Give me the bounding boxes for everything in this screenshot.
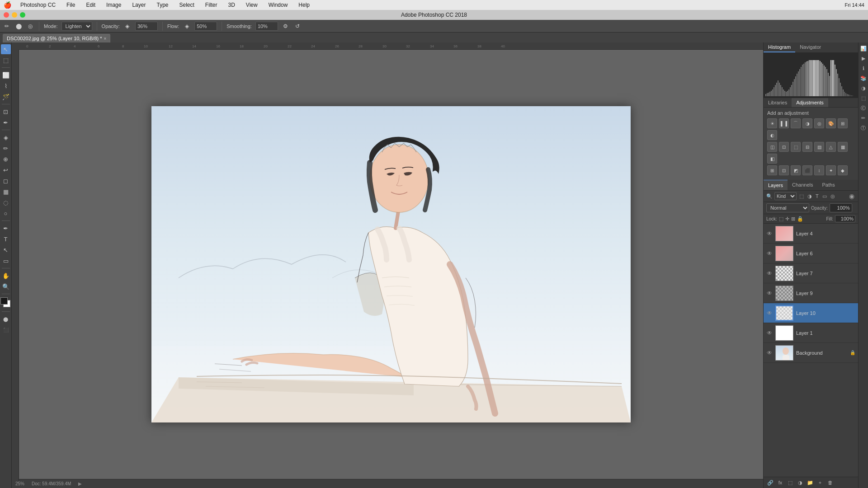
canvas-area[interactable]: 0 2 4 6 8 10 12 14 16 18 20 22 24 26 28 … bbox=[12, 42, 763, 488]
lock-artboards-icon[interactable]: ⊞ bbox=[791, 216, 795, 222]
layer-delete-icon[interactable]: 🗑 bbox=[826, 479, 834, 487]
reset-icon[interactable]: ↺ bbox=[293, 22, 302, 30]
opacity-input[interactable]: 36% bbox=[135, 22, 158, 31]
layer-item-7[interactable]: 👁 Layer 7 bbox=[764, 263, 858, 283]
posterize-adj-icon[interactable]: ▤ bbox=[814, 142, 824, 152]
move-tool[interactable]: ↖ bbox=[1, 44, 11, 54]
quick-select-tool[interactable]: 🪄 bbox=[1, 92, 11, 102]
hue-sat-adj-icon[interactable]: 🎨 bbox=[826, 118, 836, 128]
layer-1-visibility-icon[interactable]: 👁 bbox=[766, 330, 773, 336]
layer-item-9[interactable]: 👁 Layer 9 bbox=[764, 283, 858, 303]
close-button[interactable] bbox=[4, 12, 9, 18]
libraries-side-icon[interactable]: 📚 bbox=[859, 74, 868, 82]
opacity-value-input[interactable]: 100% bbox=[830, 203, 852, 212]
adj-icon-15[interactable]: ◆ bbox=[838, 165, 848, 175]
mode-select[interactable]: Lighten Normal Darken Multiply Screen bbox=[61, 22, 92, 31]
menu-type[interactable]: Type bbox=[155, 2, 170, 8]
layer-new-icon[interactable]: + bbox=[816, 479, 824, 487]
menu-3d[interactable]: 3D bbox=[226, 2, 237, 8]
threshold-adj-icon[interactable]: △ bbox=[826, 142, 836, 152]
channels-side-icon[interactable]: Ⓒ bbox=[859, 104, 868, 112]
layer-filter-adj-icon[interactable]: ◑ bbox=[807, 193, 813, 200]
layer-folder-icon[interactable]: 📁 bbox=[806, 479, 814, 487]
zoom-tool[interactable]: 🔍 bbox=[1, 282, 11, 291]
color-balance-adj-icon[interactable]: ⊞ bbox=[838, 118, 848, 128]
layer-link-icon[interactable]: 🔗 bbox=[766, 479, 774, 487]
layer-filter-smart-icon[interactable]: ◎ bbox=[830, 193, 836, 200]
menu-photoshop[interactable]: Photoshop CC bbox=[19, 2, 57, 8]
color-swatches[interactable] bbox=[0, 297, 11, 308]
vibrance-adj-icon[interactable]: ◎ bbox=[814, 118, 824, 128]
layer-6-visibility-icon[interactable]: 👁 bbox=[766, 250, 773, 257]
menu-window[interactable]: Window bbox=[267, 2, 290, 8]
apple-menu[interactable]: 🍎 bbox=[4, 1, 11, 9]
menu-view[interactable]: View bbox=[244, 2, 259, 8]
brush-settings-side-icon[interactable]: ✏ bbox=[859, 114, 868, 122]
hand-tool[interactable]: ✋ bbox=[1, 271, 11, 281]
layer-9-visibility-icon[interactable]: 👁 bbox=[766, 290, 773, 296]
layer-filter-toggle[interactable]: ◉ bbox=[848, 192, 855, 200]
layer-item-1[interactable]: 👁 Layer 1 bbox=[764, 323, 858, 343]
brush-preset-icon[interactable]: ⬤ bbox=[14, 22, 23, 30]
lock-position-icon[interactable]: ✛ bbox=[785, 216, 789, 222]
lock-all-icon[interactable]: 🔒 bbox=[797, 216, 803, 222]
smoothing-input[interactable]: 10% bbox=[255, 22, 278, 31]
healing-tool[interactable]: ◈ bbox=[1, 132, 11, 142]
brush-tool[interactable]: ✏ bbox=[1, 143, 11, 153]
gradient-tool[interactable]: ▦ bbox=[1, 187, 11, 197]
layer-item-background[interactable]: 👁 bbox=[764, 343, 858, 363]
foreground-color[interactable] bbox=[0, 297, 8, 305]
menu-layer[interactable]: Layer bbox=[130, 2, 147, 8]
airbrush-icon[interactable]: ◈ bbox=[123, 22, 132, 30]
levels-adj-icon[interactable]: ▌▐ bbox=[779, 118, 789, 128]
char-para-side-icon[interactable]: Ⓣ bbox=[859, 124, 868, 132]
layers-side-icon[interactable]: ⬚ bbox=[859, 94, 868, 102]
flow-input[interactable]: 50% bbox=[194, 22, 217, 31]
tab-libraries[interactable]: Libraries bbox=[764, 98, 792, 107]
adj-icon-14[interactable]: ✦ bbox=[826, 165, 836, 175]
menu-filter[interactable]: Filter bbox=[203, 2, 219, 8]
menu-select[interactable]: Select bbox=[177, 2, 196, 8]
invert-adj-icon[interactable]: ⊟ bbox=[802, 142, 812, 152]
tab-adjustments[interactable]: Adjustments bbox=[792, 98, 828, 107]
brightness-adj-icon[interactable]: ☀ bbox=[767, 118, 777, 128]
exposure-adj-icon[interactable]: ◑ bbox=[802, 118, 812, 128]
navigator-side-icon[interactable]: ▶ bbox=[859, 54, 868, 62]
lasso-tool[interactable]: ⌇ bbox=[1, 81, 11, 91]
photo-filter-adj-icon[interactable]: ◫ bbox=[767, 142, 777, 152]
menu-image[interactable]: Image bbox=[104, 2, 123, 8]
brush-tool-icon[interactable]: ✏ bbox=[3, 22, 11, 30]
maximize-button[interactable] bbox=[20, 12, 25, 18]
layer-filter-pixel-icon[interactable]: ⬚ bbox=[798, 193, 805, 200]
flow-icon[interactable]: ◈ bbox=[183, 22, 191, 30]
layer-item-4[interactable]: 👁 Layer 4 bbox=[764, 224, 858, 244]
adj-icon-9[interactable]: ⊞ bbox=[767, 165, 777, 175]
minimize-button[interactable] bbox=[12, 12, 17, 18]
color-lookup-adj-icon[interactable]: ⬚ bbox=[791, 142, 801, 152]
adj-icon-13[interactable]: ↕ bbox=[814, 165, 824, 175]
shape-tool[interactable]: ▭ bbox=[1, 256, 11, 266]
adj-icon-11[interactable]: ◩ bbox=[791, 165, 801, 175]
layer-filter-shape-icon[interactable]: ▭ bbox=[821, 193, 828, 200]
tab-paths[interactable]: Paths bbox=[818, 180, 840, 190]
layer-filter-text-icon[interactable]: T bbox=[815, 193, 820, 199]
menu-edit[interactable]: Edit bbox=[84, 2, 97, 8]
eyedropper-tool[interactable]: ✒ bbox=[1, 117, 11, 127]
pen-tool[interactable]: ✒ bbox=[1, 223, 11, 233]
menu-file[interactable]: File bbox=[65, 2, 77, 8]
histogram-side-icon[interactable]: 📊 bbox=[859, 44, 868, 52]
marquee-tool[interactable]: ⬜ bbox=[1, 70, 11, 80]
layer-item-10[interactable]: 👁 Layer 10 bbox=[764, 303, 858, 323]
layer-7-visibility-icon[interactable]: 👁 bbox=[766, 270, 773, 277]
tab-close-button[interactable]: × bbox=[104, 36, 107, 41]
blend-mode-select[interactable]: Normal Multiply Screen Overlay Lighten D… bbox=[766, 203, 809, 212]
channel-mixer-adj-icon[interactable]: ⊡ bbox=[779, 142, 789, 152]
fill-value-input[interactable]: 100% bbox=[835, 215, 855, 222]
curves-adj-icon[interactable]: ⌒ bbox=[791, 118, 801, 128]
smoothing-settings-icon[interactable]: ⚙ bbox=[282, 22, 290, 30]
tab-layers[interactable]: Layers bbox=[764, 180, 788, 190]
layer-4-visibility-icon[interactable]: 👁 bbox=[766, 230, 773, 237]
background-visibility-icon[interactable]: 👁 bbox=[766, 350, 773, 356]
info-side-icon[interactable]: ℹ bbox=[859, 64, 868, 72]
quick-mask-btn[interactable]: ⬤ bbox=[1, 314, 11, 324]
